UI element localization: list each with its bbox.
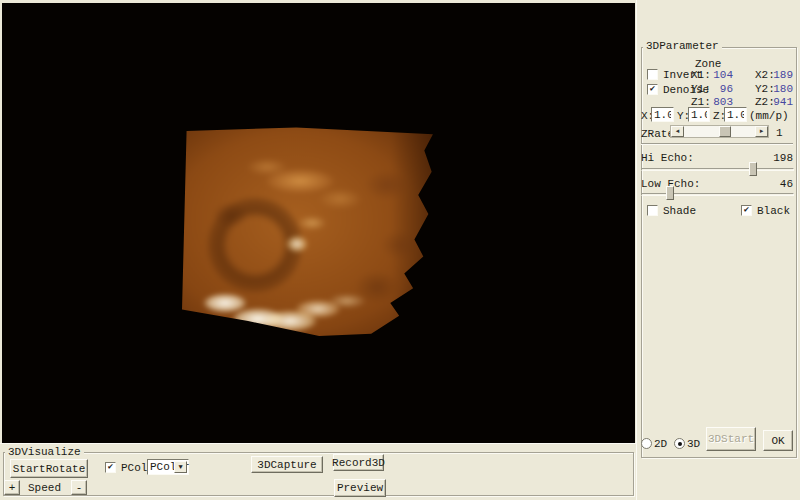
black-checkbox[interactable]: ✔ xyxy=(741,205,752,216)
shade-checkbox[interactable]: ✔ xyxy=(647,205,658,216)
3dcapture-button[interactable]: 3DCapture xyxy=(251,456,323,473)
hi-echo-slider-thumb[interactable] xyxy=(749,162,757,176)
zone-z2-value: 941 xyxy=(769,96,793,108)
zone-x1-value: 104 xyxy=(707,69,733,81)
scale-unit-label: (mm/p) xyxy=(749,110,789,122)
speed-label: Speed xyxy=(28,482,61,494)
visualize-panel: 3DVisualize StartRotate + Speed - ✔ PCol… xyxy=(0,443,636,500)
app-window: 3DParameter ✔ Invert ✔ Denoise Zone X1: … xyxy=(0,0,800,500)
y-scale-input[interactable] xyxy=(688,107,710,122)
low-echo-slider-thumb[interactable] xyxy=(666,186,674,200)
ok-button[interactable]: OK xyxy=(763,430,793,451)
3d-viewport[interactable] xyxy=(2,3,635,443)
mode-3d-radio[interactable] xyxy=(674,438,685,449)
parameter-panel: 3DParameter ✔ Invert ✔ Denoise Zone X1: … xyxy=(636,0,800,500)
zrate-thumb[interactable] xyxy=(719,126,731,137)
hi-echo-label: Hi Echo: xyxy=(641,152,694,164)
check-icon: ✔ xyxy=(744,206,749,215)
preview-button[interactable]: Preview xyxy=(334,479,386,497)
ultrasound-texture xyxy=(172,115,446,347)
check-icon: ✔ xyxy=(108,463,113,472)
visualize-group-title: 3DVisualize xyxy=(5,446,84,458)
parameter-group-title: 3DParameter xyxy=(643,40,722,52)
zone-x2-value: 189 xyxy=(769,69,793,81)
hi-echo-value: 198 xyxy=(755,152,793,164)
mode-2d-label: 2D xyxy=(654,438,667,450)
black-label: Black xyxy=(757,205,790,217)
mode-2d-radio[interactable] xyxy=(641,438,652,449)
low-echo-slider-track[interactable] xyxy=(641,193,794,196)
zone-y1-value: 96 xyxy=(707,83,733,95)
x-scale-input[interactable] xyxy=(651,107,674,122)
pcolor-checkbox[interactable]: ✔ xyxy=(105,462,116,473)
ultrasound-volume-render xyxy=(182,125,436,337)
start-rotate-button[interactable]: StartRotate xyxy=(10,459,88,478)
hi-echo-slider-track[interactable] xyxy=(641,168,794,171)
separator xyxy=(641,143,793,145)
speed-plus-button[interactable]: + xyxy=(4,480,20,495)
z-scale-input[interactable] xyxy=(724,107,747,122)
3dstart-button[interactable]: 3DStart xyxy=(706,427,756,451)
mode-3d-label: 3D xyxy=(687,438,700,450)
zrate-left-arrow[interactable]: ◄ xyxy=(671,126,684,137)
low-echo-value: 46 xyxy=(755,178,793,190)
zrate-right-arrow[interactable]: ► xyxy=(755,126,768,137)
zrate-scrollbar[interactable]: ◄ ► xyxy=(670,125,769,138)
denoise-checkbox[interactable]: ✔ xyxy=(647,84,658,95)
radio-dot-icon xyxy=(678,442,682,446)
speed-minus-button[interactable]: - xyxy=(71,480,87,495)
chevron-down-icon[interactable]: ▼ xyxy=(174,461,187,473)
zrate-value: 1 xyxy=(776,127,783,139)
zone-y2-value: 180 xyxy=(769,83,793,95)
pcolor-dropdown[interactable]: PColor ▼ xyxy=(147,459,189,475)
record3d-button[interactable]: Record3D xyxy=(333,454,384,471)
check-icon: ✔ xyxy=(650,85,655,94)
shade-label: Shade xyxy=(663,205,696,217)
invert-checkbox[interactable]: ✔ xyxy=(647,69,658,80)
